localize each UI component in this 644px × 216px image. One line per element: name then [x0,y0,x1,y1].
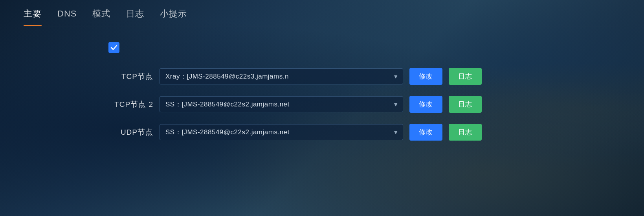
tab-tips[interactable]: 小提示 [160,8,187,23]
modify-button-tcp2[interactable]: 修改 [409,96,442,113]
log-button-udp[interactable]: 日志 [449,124,482,141]
node-row-tcp1: TCP节点Xray：[JMS-288549@c22s3.jamjams.n▼修改… [102,68,620,85]
node-select-udp[interactable]: SS：[JMS-288549@c22s2.jamjams.net [160,124,403,140]
nodes-container: TCP节点Xray：[JMS-288549@c22s3.jamjams.n▼修改… [102,68,620,141]
node-row-udp: UDP节点SS：[JMS-288549@c22s2.jamjams.net▼修改… [102,124,620,141]
log-button-tcp2[interactable]: 日志 [449,96,482,113]
tab-mode[interactable]: 模式 [92,8,110,23]
node-label-tcp1: TCP节点 [102,71,153,82]
master-switch-checkbox[interactable] [108,42,119,53]
tab-log[interactable]: 日志 [126,8,144,23]
node-label-tcp2: TCP节点 2 [102,99,153,110]
node-row-tcp2: TCP节点 2SS：[JMS-288549@c22s2.jamjams.net▼… [102,96,620,113]
node-label-udp: UDP节点 [102,127,153,137]
node-select-tcp1[interactable]: Xray：[JMS-288549@c22s3.jamjams.n [160,68,403,84]
modify-button-udp[interactable]: 修改 [409,124,442,141]
node-select-tcp2[interactable]: SS：[JMS-288549@c22s2.jamjams.net [160,96,403,112]
tab-dns[interactable]: DNS [57,9,77,22]
select-wrapper-tcp1: Xray：[JMS-288549@c22s3.jamjams.n▼ [160,68,403,84]
log-button-tcp1[interactable]: 日志 [449,68,482,85]
modify-button-tcp1[interactable]: 修改 [409,68,442,85]
master-switch-row [102,42,620,53]
tab-main[interactable]: 主要 [24,8,42,23]
select-wrapper-udp: SS：[JMS-288549@c22s2.jamjams.net▼ [160,124,403,140]
main-content: TCP节点Xray：[JMS-288549@c22s3.jamjams.n▼修改… [24,42,620,141]
select-wrapper-tcp2: SS：[JMS-288549@c22s2.jamjams.net▼ [160,96,403,112]
tab-bar: 主要DNS模式日志小提示 [24,8,620,26]
